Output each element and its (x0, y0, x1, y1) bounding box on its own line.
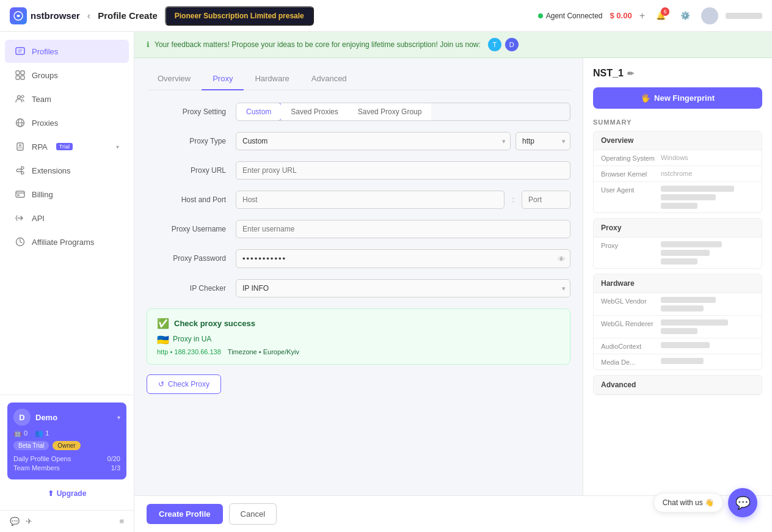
sidebar-item-profiles[interactable]: Profiles (5, 40, 129, 63)
info-icon: ℹ (147, 40, 150, 49)
menu-icon[interactable]: ≡ (119, 517, 124, 526)
sidebar-item-rpa[interactable]: RPA Trial ▾ (5, 135, 129, 158)
proxy-type-select[interactable]: Custom HTTP SOCKS4 SOCKS5 (236, 132, 511, 150)
sidebar-item-proxies[interactable]: Proxies (5, 111, 129, 134)
proxy-btn-custom[interactable]: Custom (236, 103, 282, 121)
info-banner: ℹ Your feedback matters! Propose your id… (134, 32, 772, 58)
add-balance-button[interactable]: + (639, 10, 645, 21)
ip-checker-select-wrapper: IP INFO IP API Custom ▾ (236, 279, 570, 297)
ip-checker-select[interactable]: IP INFO IP API Custom (236, 279, 570, 297)
promo-button[interactable]: Pioneer Subscription Limited presale (165, 6, 314, 26)
logo: nstbrowser (10, 7, 80, 24)
webgl-vendor-key: WebGL Vendor (601, 297, 656, 305)
proxy-url-control (236, 161, 570, 180)
port-input[interactable] (522, 191, 570, 209)
chat-icon: 💬 (735, 495, 751, 510)
user-tags: Beta Trial Owner (13, 441, 120, 450)
proxy-url-input[interactable] (236, 161, 570, 180)
chat-button[interactable]: 💬 (728, 488, 757, 517)
sidebar-item-affiliate[interactable]: Affiliate Programs (5, 230, 129, 253)
sidebar-item-billing[interactable]: Billing (5, 183, 129, 206)
upgrade-icon: ⬆ (48, 489, 54, 498)
discord-social-btn[interactable]: D (505, 38, 519, 51)
create-profile-button[interactable]: Create Profile (147, 504, 223, 524)
password-label: Proxy Password (147, 249, 226, 263)
fingerprint-icon: 🖐 (641, 93, 650, 103)
tab-overview[interactable]: Overview (147, 68, 202, 90)
proxy-btn-saved-group[interactable]: Saved Proxy Group (348, 103, 432, 120)
upgrade-button[interactable]: ⬆ Upgrade (7, 484, 126, 503)
proxy-protocol-select[interactable]: http https socks4 socks5 (515, 132, 570, 150)
extensions-icon (15, 165, 26, 176)
proxy-setting-label: Proxy Setting (147, 103, 226, 116)
proxy-type-row: Proxy Type Custom HTTP SOCKS4 SOCKS5 ▾ (147, 132, 570, 150)
chat-tooltip: Chat with us 👋 (654, 493, 723, 512)
audio-context-blur (661, 342, 754, 348)
sidebar-nav: Profiles Groups Team Proxies (0, 32, 134, 395)
proxy-btn-saved[interactable]: Saved Proxies (281, 103, 348, 120)
cancel-button[interactable]: Cancel (229, 503, 277, 525)
user-card: D Demo ▾ 🤖 0 👥 1 Beta Trial Owner Daily … (7, 403, 126, 479)
sidebar-item-groups[interactable]: Groups (5, 64, 129, 87)
sidebar-item-team[interactable]: Team (5, 87, 129, 111)
telegram-icon[interactable]: ✈ (26, 517, 32, 526)
balance: $ 0.00 (610, 11, 632, 20)
svg-rect-4 (16, 76, 20, 79)
hardware-section-header: Hardware (594, 274, 762, 293)
banner-socials: T D (488, 38, 519, 51)
success-header: ✅ Check proxy success (157, 318, 560, 329)
media-devices-key: Media De... (601, 358, 656, 366)
proxy-section-header: Proxy (594, 219, 762, 238)
sidebar-label-affiliate: Affiliate Programs (32, 238, 94, 247)
host-input[interactable] (236, 191, 504, 209)
settings-icon[interactable]: ⚙️ (677, 7, 694, 24)
summary-overview-section: Overview Operating System Windows Browse… (593, 131, 762, 213)
sidebar-label-api: API (32, 214, 45, 223)
browser-kernel-value: nstchrome (661, 170, 754, 177)
daily-opens-row: Daily Profile Opens 0/20 (13, 455, 120, 462)
proxy-url-label: Proxy URL (147, 161, 226, 175)
sidebar-label-profiles: Profiles (32, 47, 58, 56)
discord-icon[interactable]: 💬 (10, 517, 20, 526)
content-area: ℹ Your feedback matters! Propose your id… (134, 32, 772, 532)
owner-tag: Owner (53, 441, 80, 450)
svg-point-11 (20, 145, 21, 147)
back-button[interactable]: ‹ (87, 10, 90, 21)
sidebar-item-api[interactable]: API (5, 206, 129, 230)
notification-icon[interactable]: 🔔 6 (652, 7, 669, 24)
sidebar-item-extensions[interactable]: Extensions (5, 159, 129, 182)
new-fingerprint-button[interactable]: 🖐 New Fingerprint (593, 87, 762, 109)
audio-context-key: AudioContext (601, 342, 656, 350)
proxy-username-input[interactable] (236, 220, 570, 238)
proxy-details: http • 188.230.66.138 Timezone • Europe/… (157, 348, 560, 355)
sidebar-bottom: 💬 ✈ ≡ (0, 510, 134, 532)
svg-rect-1 (16, 48, 24, 54)
profiles-icon (15, 46, 26, 57)
edit-profile-name-icon[interactable]: ✏ (627, 69, 634, 78)
ip-checker-row: IP Checker IP INFO IP API Custom ▾ (147, 279, 570, 297)
password-wrapper: 👁 (236, 249, 570, 268)
browser-kernel-row: Browser Kernel nstchrome (594, 166, 762, 182)
profile-title-row: NST_1 ✏ (593, 68, 762, 79)
rpa-badge: Trial (56, 143, 73, 150)
telegram-social-btn[interactable]: T (488, 38, 501, 51)
proxy-type-select-wrapper: Custom HTTP SOCKS4 SOCKS5 ▾ (236, 132, 511, 150)
user-agent-row: User Agent (594, 182, 762, 213)
agent-status: Agent Connected (538, 12, 603, 20)
tab-proxy[interactable]: Proxy (202, 68, 244, 90)
check-proxy-button[interactable]: ↺ Check Proxy (147, 374, 221, 394)
audio-context-row: AudioContext (594, 338, 762, 354)
team-members-row: Team Members 1/3 (13, 464, 120, 472)
beta-tag: Beta Trial (13, 441, 49, 450)
tab-advanced[interactable]: Advanced (300, 68, 358, 90)
toggle-password-icon[interactable]: 👁 (558, 254, 566, 263)
user-chevron[interactable]: ▾ (117, 414, 120, 421)
tab-hardware[interactable]: Hardware (244, 68, 300, 90)
svg-rect-3 (21, 71, 24, 75)
proxy-password-input[interactable] (236, 249, 570, 268)
sidebar-footer: D Demo ▾ 🤖 0 👥 1 Beta Trial Owner Daily … (0, 395, 134, 510)
user-avatar: D (13, 409, 31, 426)
check-proxy-icon: ↺ (158, 380, 164, 388)
svg-rect-5 (21, 76, 24, 79)
os-value: Windows (661, 154, 754, 161)
